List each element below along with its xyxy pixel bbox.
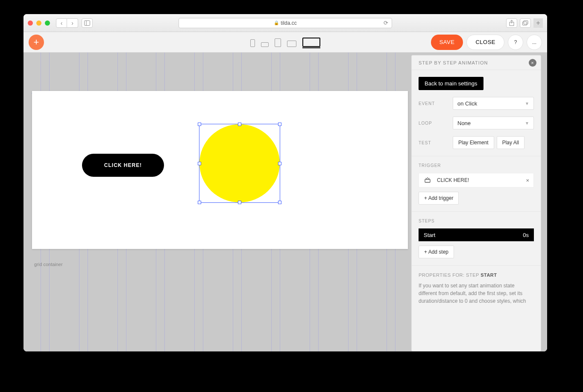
trigger-icon — [424, 176, 431, 184]
svg-rect-5 — [425, 179, 430, 182]
sidebar-toggle[interactable] — [82, 18, 93, 28]
panel-title: STEP BY STEP ANIMATION — [419, 60, 488, 65]
save-button[interactable]: SAVE — [431, 35, 463, 50]
lock-icon: 🔒 — [274, 20, 279, 25]
steps-heading: STEPS — [419, 219, 534, 223]
remove-trigger-button[interactable]: × — [526, 177, 529, 184]
url-bar[interactable]: 🔒 tilda.cc ⟳ — [179, 18, 392, 28]
trigger-item-label: CLICK HERE! — [437, 177, 469, 183]
close-button[interactable]: CLOSE — [466, 35, 504, 50]
traffic-lights — [28, 20, 50, 26]
resize-handle-b[interactable] — [238, 201, 241, 204]
new-tab-button[interactable]: + — [533, 18, 543, 28]
back-to-settings-button[interactable]: Back to main settings — [419, 77, 483, 90]
chevron-down-icon: ▼ — [525, 121, 529, 126]
footer-label: grid container — [34, 262, 63, 267]
device-tablet-icon[interactable] — [275, 38, 281, 47]
device-phone-landscape-icon[interactable] — [261, 42, 269, 47]
zoom-window-icon[interactable] — [45, 20, 50, 26]
test-label: TEST — [419, 140, 453, 145]
selection-rect[interactable] — [199, 124, 280, 203]
step-time: 0s — [523, 232, 529, 238]
add-trigger-button[interactable]: + Add trigger — [419, 192, 459, 205]
browser-chrome: ‹ › 🔒 tilda.cc ⟳ + — [23, 14, 547, 32]
add-step-button[interactable]: + Add step — [419, 246, 454, 258]
loop-value: None — [457, 120, 471, 126]
canvas-area: + CLICK HERE! grid container STEP BY STE… — [23, 53, 547, 351]
device-switcher — [250, 38, 320, 47]
url-text: tilda.cc — [281, 20, 296, 26]
trigger-item[interactable]: CLICK HERE! × — [419, 173, 534, 187]
play-element-button[interactable]: Play Element — [453, 136, 494, 149]
canvas-click-button[interactable]: CLICK HERE! — [82, 154, 164, 177]
editor-toolbar: + SAVE CLOSE ? ... — [23, 32, 547, 53]
svg-rect-4 — [524, 20, 528, 24]
svg-rect-0 — [85, 20, 90, 25]
event-label: EVENT — [419, 101, 453, 106]
share-icon — [509, 20, 514, 26]
resize-handle-t[interactable] — [238, 123, 241, 126]
resize-handle-r[interactable] — [278, 162, 281, 165]
browser-window: ‹ › 🔒 tilda.cc ⟳ + + SAVE CLOSE — [23, 14, 547, 351]
tabs-button[interactable] — [520, 18, 531, 28]
chevron-down-icon: ▼ — [525, 101, 529, 106]
close-window-icon[interactable] — [28, 20, 33, 26]
device-tablet-landscape-icon[interactable] — [287, 41, 296, 47]
back-button[interactable]: ‹ — [56, 18, 67, 28]
device-desktop-icon[interactable] — [302, 38, 320, 47]
yellow-circle-shape[interactable] — [199, 124, 280, 202]
loop-select[interactable]: None ▼ — [453, 117, 534, 129]
resize-handle-tl[interactable] — [198, 123, 201, 126]
share-button[interactable] — [506, 18, 517, 28]
device-phone-icon[interactable] — [250, 39, 255, 47]
loop-label: LOOP — [419, 121, 453, 126]
resize-handle-l[interactable] — [198, 162, 201, 165]
resize-handle-bl[interactable] — [198, 201, 201, 204]
more-button[interactable]: ... — [527, 35, 542, 50]
panel-header: STEP BY STEP ANIMATION × — [412, 56, 541, 70]
event-value: on Click — [457, 100, 477, 107]
resize-handle-br[interactable] — [278, 201, 281, 204]
properties-help-text: If you want to set any start animation s… — [419, 282, 534, 305]
resize-handle-tr[interactable] — [278, 123, 281, 126]
svg-rect-3 — [523, 22, 527, 25]
reload-icon[interactable]: ⟳ — [384, 20, 388, 26]
help-button[interactable]: ? — [508, 35, 523, 50]
step-name: Start — [424, 232, 435, 238]
play-all-button[interactable]: Play All — [497, 136, 524, 149]
nav-buttons: ‹ › — [56, 18, 78, 28]
sidebar-icon — [84, 20, 90, 26]
event-select[interactable]: on Click ▼ — [453, 97, 534, 110]
panel-close-button[interactable]: × — [529, 59, 536, 67]
forward-button[interactable]: › — [67, 18, 78, 28]
add-block-button[interactable]: + — [29, 35, 44, 50]
step-start-row[interactable]: Start 0s — [419, 228, 534, 241]
trigger-heading: TRIGGER — [419, 163, 534, 168]
tabs-icon — [522, 20, 528, 26]
animation-panel: STEP BY STEP ANIMATION × Back to main se… — [411, 55, 541, 351]
properties-heading: PROPERTIES FOR: STEP START — [419, 272, 534, 278]
minimize-window-icon[interactable] — [36, 20, 41, 26]
